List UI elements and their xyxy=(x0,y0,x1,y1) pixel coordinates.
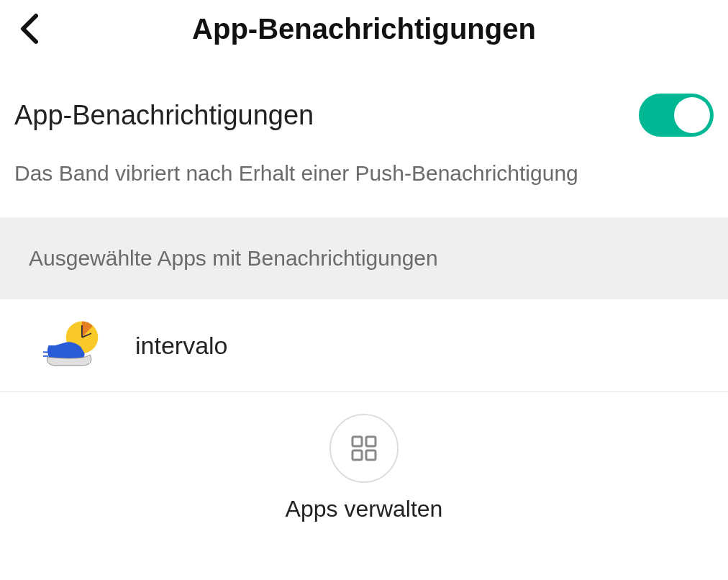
manage-apps-label: Apps verwalten xyxy=(286,496,443,522)
back-icon[interactable] xyxy=(14,14,43,43)
selected-apps-header: Ausgewählte Apps mit Benachrichtigungen xyxy=(0,217,728,299)
app-list: intervalo xyxy=(0,299,728,392)
app-name: intervalo xyxy=(135,332,228,360)
notifications-toggle[interactable] xyxy=(639,94,714,137)
notifications-description: Das Band vibriert nach Erhalt einer Push… xyxy=(14,158,714,189)
manage-apps-button[interactable] xyxy=(329,414,399,483)
toggle-knob xyxy=(674,97,710,133)
svg-rect-6 xyxy=(366,437,376,446)
page-title: App-Benachrichtigungen xyxy=(192,13,536,45)
notifications-section: App-Benachrichtigungen Das Band vibriert… xyxy=(0,72,728,217)
intervalo-app-icon xyxy=(43,320,101,371)
app-item[interactable]: intervalo xyxy=(0,299,728,392)
svg-rect-5 xyxy=(352,437,362,446)
notifications-title: App-Benachrichtigungen xyxy=(14,100,314,131)
apps-grid-icon xyxy=(350,434,378,463)
header: App-Benachrichtigungen xyxy=(0,0,728,72)
svg-rect-7 xyxy=(352,450,362,460)
notifications-toggle-row: App-Benachrichtigungen xyxy=(14,94,714,137)
svg-rect-8 xyxy=(366,450,376,460)
footer: Apps verwalten xyxy=(0,392,728,544)
